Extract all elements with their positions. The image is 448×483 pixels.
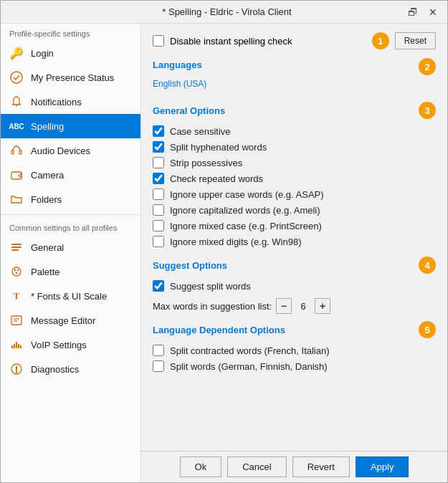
main-panel: Disable instant spelling check 1 Reset L… xyxy=(141,24,447,482)
sidebar-item-message-editor[interactable]: Message Editor xyxy=(1,308,140,333)
svg-point-13 xyxy=(16,272,17,274)
sidebar-label-general: General xyxy=(31,242,64,253)
check-row-case-sensitive: Case sensitive xyxy=(153,123,436,139)
checkboxes-container: Case sensitive Split hyphenated words St… xyxy=(153,123,436,249)
languages-title: Languages xyxy=(153,59,202,70)
check-repeated-label[interactable]: Check repeated words xyxy=(170,173,263,184)
apply-button[interactable]: Apply xyxy=(356,456,409,477)
disable-instant-label[interactable]: Disable instant spelling check xyxy=(170,36,292,47)
general-options-title: General Options xyxy=(153,105,225,116)
sidebar-item-general[interactable]: General xyxy=(1,235,140,259)
check-row-split-words: Split words (German, Finnish, Danish) xyxy=(153,358,436,374)
ignore-upper-checkbox[interactable] xyxy=(153,188,164,200)
split-hyphenated-label[interactable]: Split hyphenated words xyxy=(170,142,267,153)
decrement-button[interactable]: − xyxy=(276,298,292,314)
badge-2: 2 xyxy=(419,58,436,75)
main-content: Disable instant spelling check 1 Reset L… xyxy=(141,24,447,451)
split-contracted-checkbox[interactable] xyxy=(153,345,164,356)
sidebar-item-login[interactable]: 🔑 Login xyxy=(1,41,140,65)
abc-icon: ABC xyxy=(9,119,24,133)
check-circle-icon xyxy=(9,70,24,85)
badge-1: 1 xyxy=(372,32,389,49)
sidebar: Profile-specific settings 🔑 Login My Pre… xyxy=(1,24,141,482)
check-row-ignore-upper: Ignore upper case words (e.g. ASAP) xyxy=(153,186,436,202)
split-words-checkbox[interactable] xyxy=(153,360,164,372)
titlebar: * Spelling - Eldric - Virola Client 🗗 ✕ xyxy=(1,1,447,24)
camera-icon xyxy=(9,168,24,182)
sidebar-item-my-presence-status[interactable]: My Presence Status xyxy=(1,65,140,90)
increment-button[interactable]: + xyxy=(315,298,330,314)
split-words-label[interactable]: Split words (German, Finnish, Danish) xyxy=(170,361,328,372)
window-title: * Spelling - Eldric - Virola Client xyxy=(49,6,404,17)
top-row: Disable instant spelling check 1 Reset xyxy=(153,32,436,49)
case-sensitive-label[interactable]: Case sensitive xyxy=(170,126,231,137)
ignore-capitalized-label[interactable]: Ignore capitalized words (e.g. Ameli) xyxy=(170,205,320,216)
sidebar-item-folders[interactable]: Folders xyxy=(1,187,140,211)
sidebar-label-login: Login xyxy=(31,48,54,59)
sidebar-item-voip-settings[interactable]: VoIP Settings xyxy=(1,333,140,357)
sidebar-label-folders: Folders xyxy=(31,194,62,205)
ignore-upper-label[interactable]: Ignore upper case words (e.g. ASAP) xyxy=(170,189,324,200)
disable-instant-checkbox[interactable] xyxy=(153,35,164,47)
check-repeated-checkbox[interactable] xyxy=(153,173,164,184)
svg-rect-8 xyxy=(11,247,22,248)
close-button[interactable]: ✕ xyxy=(424,4,442,21)
svg-rect-9 xyxy=(11,249,19,251)
svg-point-12 xyxy=(17,269,19,271)
revert-button[interactable]: Revert xyxy=(292,456,350,477)
message-editor-icon xyxy=(9,313,24,327)
ignore-mixed-case-checkbox[interactable] xyxy=(153,220,164,231)
sidebar-label-diagnostics: Diagnostics xyxy=(31,364,79,375)
sidebar-label-audio-devices: Audio Devices xyxy=(31,145,90,156)
sidebar-label-message-editor: Message Editor xyxy=(31,315,95,326)
maximize-button[interactable]: 🗗 xyxy=(404,4,421,21)
check-row-ignore-mixed-case: Ignore mixed case (e.g. PrintScreen) xyxy=(153,218,436,234)
ignore-capitalized-checkbox[interactable] xyxy=(153,204,164,216)
bottom-bar: Ok Cancel Revert Apply xyxy=(141,451,447,482)
badge-5: 5 xyxy=(419,321,436,338)
check-row-check-repeated: Check repeated words xyxy=(153,171,436,186)
sidebar-divider xyxy=(1,214,140,215)
ok-button[interactable]: Ok xyxy=(180,456,222,477)
language-link[interactable]: English (USA) xyxy=(153,79,206,89)
check-row-split-hyphenated: Split hyphenated words xyxy=(153,139,436,155)
svg-marker-6 xyxy=(19,173,22,178)
ignore-mixed-digits-label[interactable]: Ignore mixed digits (e.g. Win98) xyxy=(170,236,302,247)
sidebar-label-palette: Palette xyxy=(31,267,59,277)
sidebar-item-palette[interactable]: Palette xyxy=(1,259,140,284)
main-window: * Spelling - Eldric - Virola Client 🗗 ✕ … xyxy=(0,0,448,483)
sidebar-label-voip-settings: VoIP Settings xyxy=(31,340,87,350)
check-row-ignore-mixed-digits: Ignore mixed digits (e.g. Win98) xyxy=(153,234,436,249)
sidebar-item-notifications[interactable]: Notifications xyxy=(1,90,140,114)
split-contracted-label[interactable]: Split contracted words (French, Italian) xyxy=(170,345,330,356)
suggest-split-checkbox[interactable] xyxy=(153,280,164,292)
cancel-button[interactable]: Cancel xyxy=(227,456,286,477)
reset-button[interactable]: Reset xyxy=(395,32,436,49)
split-hyphenated-checkbox[interactable] xyxy=(153,141,164,153)
ignore-mixed-digits-checkbox[interactable] xyxy=(153,236,164,247)
sidebar-item-audio-devices[interactable]: Audio Devices xyxy=(1,138,140,163)
suggest-split-label[interactable]: Suggest split words xyxy=(170,281,251,292)
svg-point-0 xyxy=(11,72,22,83)
ignore-mixed-case-label[interactable]: Ignore mixed case (e.g. PrintScreen) xyxy=(170,221,322,231)
sidebar-item-spelling[interactable]: ABC Spelling xyxy=(1,114,140,138)
voip-icon xyxy=(9,338,24,352)
key-icon: 🔑 xyxy=(9,46,24,60)
headphones-icon xyxy=(9,143,24,158)
common-section-label: Common settings to all profiles xyxy=(1,218,140,235)
profile-section-label: Profile-specific settings xyxy=(1,24,140,41)
max-words-label: Max words in suggestion list: xyxy=(153,301,272,312)
svg-point-11 xyxy=(14,269,16,271)
strip-possessives-label[interactable]: Strip possessives xyxy=(170,158,242,168)
svg-rect-7 xyxy=(11,244,22,245)
case-sensitive-checkbox[interactable] xyxy=(153,125,164,137)
top-row-left: Disable instant spelling check xyxy=(153,35,292,47)
sidebar-item-fonts-ui-scale[interactable]: T * Fonts & UI Scale xyxy=(1,284,140,308)
svg-rect-14 xyxy=(11,316,22,325)
sidebar-item-diagnostics[interactable]: Diagnostics xyxy=(1,357,140,381)
strip-possessives-checkbox[interactable] xyxy=(153,157,164,168)
general-icon xyxy=(9,240,24,254)
check-row-ignore-capitalized: Ignore capitalized words (e.g. Ameli) xyxy=(153,202,436,218)
sidebar-item-camera[interactable]: Camera xyxy=(1,163,140,187)
sidebar-label-camera: Camera xyxy=(31,170,64,181)
